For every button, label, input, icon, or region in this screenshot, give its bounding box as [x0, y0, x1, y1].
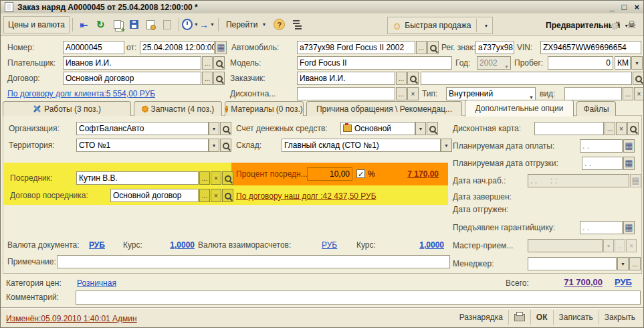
our-debt-link[interactable]: По договору наш долг :42 437,50 РУБ — [236, 191, 377, 201]
maximize-button[interactable]: □ — [622, 2, 627, 12]
goto-menu-button[interactable]: Перейти▼ — [221, 16, 272, 33]
mediator-select-button[interactable]: ... — [199, 171, 210, 185]
tab-files[interactable]: Файлы — [576, 101, 616, 116]
mediator-percent-field[interactable]: 10,00 — [307, 167, 352, 181]
mediator-contract-open-button[interactable] — [222, 189, 233, 202]
history-button[interactable]: ▼ — [182, 17, 199, 32]
modified-link[interactable]: Изменён:05.09.2010 1:40:01 Админ — [6, 313, 137, 324]
raznaryadka-button[interactable]: Разнарядка — [454, 310, 508, 325]
mediator-contract-field[interactable]: Основной договор — [110, 189, 199, 202]
vin-field[interactable]: ZX94657WW69696654 — [540, 41, 641, 54]
model-field[interactable]: Ford Focus II — [297, 56, 452, 70]
mediator-clear-button[interactable]: × — [211, 171, 221, 185]
total-value-link[interactable]: 71 700,00 — [536, 277, 603, 288]
car-open-button[interactable] — [427, 41, 439, 54]
warehouse-dropdown-button[interactable]: ▼ — [441, 139, 452, 152]
mediator-contract-select-button[interactable]: ... — [199, 189, 210, 202]
cash-account-combo[interactable]: Основной — [340, 122, 415, 135]
rate2-link[interactable]: 1,0000 — [415, 240, 444, 250]
subordination-structure-button[interactable] — [288, 17, 304, 32]
customer-select-button[interactable]: ... — [396, 72, 407, 85]
warranty-calendar-button[interactable]: ▦ — [623, 221, 635, 234]
settle-currency-link[interactable]: РУБ — [322, 240, 337, 250]
territory-open-button[interactable] — [220, 139, 231, 152]
goto-document-button[interactable]: →▼ — [199, 17, 215, 32]
mediator-open-button[interactable] — [222, 171, 233, 185]
customer-open-button[interactable] — [407, 72, 419, 85]
minimize-button[interactable]: _ — [609, 2, 614, 12]
doc-currency-link[interactable]: РУБ — [89, 240, 105, 250]
mileage-unit-dropdown-button[interactable]: ▼ — [631, 56, 643, 70]
tab-request-reason[interactable]: Причина обращения \ Рекомендац... — [306, 101, 462, 116]
note-input[interactable] — [57, 255, 450, 268]
discount-select-button[interactable]: ... — [396, 87, 407, 100]
copy-button[interactable] — [109, 17, 126, 32]
type-combo[interactable]: Внутренний▼ — [446, 87, 536, 100]
save-button[interactable] — [126, 17, 142, 32]
customer-field[interactable]: Иванов И.И. — [297, 72, 395, 85]
mediator-amount-link[interactable]: 7 170,00 — [377, 169, 439, 179]
refill-button[interactable]: ⇤ — [76, 17, 92, 32]
discount-card-field[interactable] — [534, 122, 604, 135]
prices-currency-button[interactable]: Цены и валюта — [3, 16, 70, 33]
price-category-link[interactable]: Розничная — [77, 278, 116, 289]
car-select-button[interactable]: ... — [416, 41, 427, 54]
kind-clear-button[interactable]: × — [634, 87, 644, 100]
discount-clear-button[interactable]: × — [407, 87, 419, 100]
mediator-field[interactable]: Кутин В.В. — [76, 171, 199, 185]
planned-shipment-calendar-button[interactable]: ▦ — [623, 157, 635, 170]
warranty-field[interactable]: . . — [580, 221, 623, 234]
payer-open-button[interactable] — [213, 56, 225, 70]
planned-payment-calendar-button[interactable]: ▦ — [623, 139, 635, 153]
extra-field[interactable] — [421, 72, 632, 85]
payer-field[interactable]: Иванов И.И. — [63, 56, 201, 70]
extra-open-button[interactable] — [633, 72, 644, 85]
contract-field[interactable]: Основной договор — [63, 72, 201, 85]
tab-additional-options[interactable]: Дополнительные опции — [465, 100, 574, 116]
client-debt-link[interactable]: По договору долг клиента:5 554,00 РУБ — [7, 88, 155, 99]
tab-works[interactable]: Работы (3 поз.) — [3, 101, 131, 116]
rate1-link[interactable]: 1,0000 — [165, 240, 195, 250]
territory-dropdown-button[interactable]: ▼ — [209, 139, 219, 152]
kind-select-button[interactable]: ... — [623, 87, 633, 100]
payer-select-button[interactable]: ... — [202, 56, 213, 70]
car-field[interactable]: a737yx98 Ford Focus II 2002 — [297, 41, 415, 54]
organization-open-button[interactable] — [220, 122, 231, 135]
organization-combo[interactable]: СофтБалансАвто — [76, 122, 209, 135]
number-field[interactable]: А0000045 — [63, 41, 124, 54]
delete-mark-button[interactable]: ☠ — [623, 17, 640, 32]
mediator-contract-clear-button[interactable]: × — [211, 189, 221, 202]
ok-button[interactable]: ОК — [530, 310, 553, 325]
cash-account-open-button[interactable] — [427, 122, 438, 135]
help-button[interactable]: ? — [271, 17, 288, 32]
manager-dropdown-button[interactable]: ▼ — [617, 257, 629, 270]
manager-field[interactable] — [528, 257, 617, 270]
mileage-field[interactable]: 0 — [548, 56, 613, 70]
contract-open-button[interactable] — [213, 72, 225, 85]
comment-input[interactable] — [76, 291, 641, 305]
write-button[interactable]: Записать — [553, 310, 599, 325]
kind-field[interactable] — [564, 87, 622, 100]
planned-shipment-field[interactable]: . . — [582, 157, 623, 170]
planned-payment-field[interactable]: . . — [580, 139, 623, 153]
manager-select-button[interactable]: ... — [629, 257, 641, 270]
tab-spare-parts[interactable]: Запчасти (4 поз.) — [134, 101, 222, 116]
contract-select-button[interactable]: ... — [202, 72, 213, 85]
mileage-unit-field[interactable]: КМ — [615, 56, 631, 70]
territory-combo[interactable]: СТО №1 — [76, 139, 209, 152]
close-form-button[interactable]: Закрыть — [599, 310, 641, 325]
discount-card-select-button[interactable]: ... — [605, 122, 615, 135]
close-button[interactable]: × — [634, 2, 639, 12]
date-calendar-button[interactable]: ▦ — [215, 41, 227, 54]
discount-card-clear-button[interactable]: × — [616, 122, 627, 135]
refresh-button[interactable]: ↻ — [92, 17, 109, 32]
date-field[interactable]: 25.04.2008 12:00:00 — [140, 41, 215, 54]
cash-account-dropdown-button[interactable]: ▼ — [415, 122, 426, 135]
organization-dropdown-button[interactable]: ▼ — [209, 122, 219, 135]
total-currency-link[interactable]: РУБ — [615, 277, 632, 288]
discount-card-open-button[interactable] — [627, 122, 639, 135]
warehouse-combo[interactable]: Главный склад (СТО №1) — [282, 139, 441, 152]
print-button[interactable] — [508, 310, 530, 325]
discount-card-short-field[interactable] — [297, 87, 395, 100]
tab-materials[interactable]: Материалы (0 поз.) — [225, 101, 304, 116]
